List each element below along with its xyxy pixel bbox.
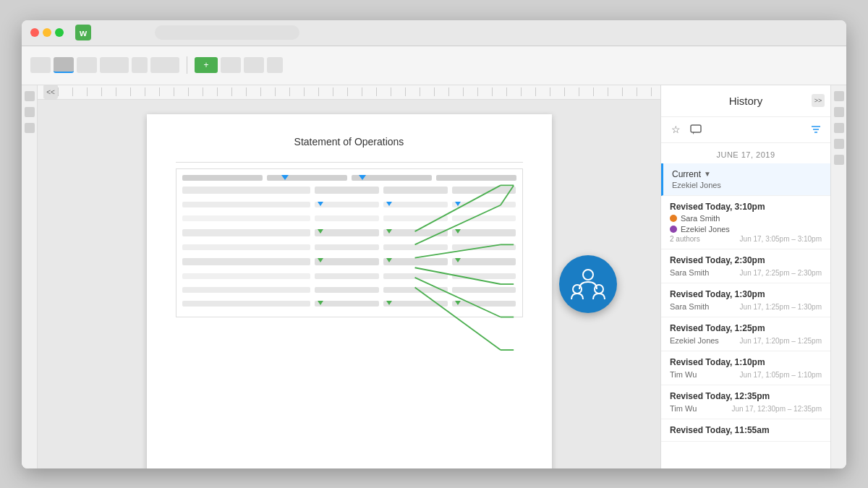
author-name-ezekiel: Ezekiel Jones (681, 225, 730, 234)
time-range: Jun 17, 3:05pm – 3:10pm (740, 235, 822, 243)
marker-green (455, 229, 461, 234)
row-label (182, 229, 311, 236)
row-label (182, 273, 311, 279)
header-cell-2-wrap (267, 175, 347, 181)
left-sidebar-item-3[interactable] (25, 123, 35, 133)
history-meta: Sara Smith Jun 17, 2:25pm – 2:30pm (670, 267, 822, 277)
table-header-row (182, 175, 516, 181)
right-sidebar-item-2[interactable] (834, 107, 844, 117)
history-item-rev3[interactable]: Revised Today, 1:30pm Sara Smith Jun 17,… (661, 283, 830, 317)
row-cell-1 (315, 273, 379, 279)
right-sidebar-item-5[interactable] (834, 155, 844, 165)
time-range: Jun 17, 1:05pm – 1:10pm (740, 371, 822, 379)
header-cell-2 (267, 175, 347, 181)
row-cell-2 (383, 301, 448, 307)
panel-collapse-btn[interactable]: >> (812, 94, 825, 107)
marker-green (318, 229, 323, 234)
time-range: Jun 17, 1:20pm – 1:25pm (740, 337, 822, 345)
row-cell-2 (383, 229, 448, 236)
row-cell-2 (383, 202, 448, 207)
row-label (182, 244, 311, 250)
history-list[interactable]: Current ▼ Ezekiel Jones Revised Today, 3… (661, 163, 830, 468)
comment-icon[interactable] (689, 122, 703, 137)
toolbar-row1: + (22, 46, 846, 85)
table-row (182, 202, 516, 207)
history-item-rev4[interactable]: Revised Today, 1:25pm Ezekiel Jones Jun … (661, 317, 830, 351)
filter-icon[interactable] (809, 122, 823, 137)
toolbar-tab-1[interactable] (30, 57, 51, 73)
toolbar-tab-3[interactable] (77, 57, 97, 73)
toolbar-btn-2[interactable] (221, 57, 241, 73)
dropdown-arrow[interactable]: ▼ (704, 170, 711, 178)
marker-green (455, 301, 461, 305)
table-row (182, 273, 516, 279)
row-cell-1 (315, 301, 379, 307)
history-meta: Tim Wu Jun 17, 1:05pm – 1:10pm (670, 369, 822, 379)
history-panel: History >> ☆ (660, 85, 830, 468)
minimize-dot[interactable] (43, 28, 51, 37)
author-dot-ezekiel (670, 226, 677, 233)
table-row (182, 244, 516, 250)
toolbar-buttons: + (195, 57, 283, 73)
row-cell-3 (452, 301, 516, 307)
toolbar-btn-4[interactable] (267, 57, 283, 73)
marker-green (386, 229, 392, 234)
time-range: Jun 17, 12:30pm – 12:35pm (731, 405, 822, 413)
toolbar-tab-4[interactable] (100, 57, 129, 73)
add-button[interactable]: + (195, 57, 218, 73)
row-label (182, 187, 311, 194)
main-window: w + << (22, 20, 846, 468)
history-item-current[interactable]: Current ▼ Ezekiel Jones (661, 163, 830, 196)
toolbar-btn-3[interactable] (244, 57, 264, 73)
history-author: Ezekiel Jones (670, 336, 719, 345)
history-item-rev2[interactable]: Revised Today, 2:30pm Sara Smith Jun 17,… (661, 249, 830, 283)
left-sidebar-item-1[interactable] (25, 91, 35, 101)
row-cell-1 (315, 229, 379, 236)
right-sidebar-item-4[interactable] (834, 139, 844, 149)
row-cell-1 (315, 258, 379, 265)
marker-blue (455, 202, 461, 206)
right-sidebar (830, 85, 846, 468)
left-sidebar-item-2[interactable] (25, 107, 35, 117)
collapse-left-btn[interactable]: << (43, 85, 58, 100)
author-name-sara: Sara Smith (681, 214, 720, 223)
history-author: Ezekiel Jones (672, 181, 822, 189)
panel-header: History >> (661, 85, 830, 117)
maximize-dot[interactable] (55, 28, 64, 37)
close-dot[interactable] (30, 28, 39, 37)
toolbar-tab-6[interactable] (150, 57, 179, 73)
marker-blue-1 (281, 175, 289, 180)
row-cell-3 (452, 202, 516, 207)
main-area: << (22, 85, 846, 468)
right-sidebar-item-3[interactable] (834, 123, 844, 133)
history-item-rev5[interactable]: Revised Today, 1:10pm Tim Wu Jun 17, 1:0… (661, 351, 830, 385)
history-item-rev7[interactable]: Revised Today, 11:55am (661, 419, 830, 442)
left-sidebar (22, 85, 38, 468)
history-item-rev6[interactable]: Revised Today, 12:35pm Tim Wu Jun 17, 12… (661, 385, 830, 419)
row-cell-3 (452, 215, 516, 221)
history-author: Tim Wu (670, 370, 697, 379)
history-meta: Ezekiel Jones Jun 17, 1:20pm – 1:25pm (670, 335, 822, 345)
row-cell-2 (383, 258, 448, 265)
time-range: Jun 17, 2:25pm – 2:30pm (740, 269, 822, 277)
history-title: Revised Today, 2:30pm (670, 255, 822, 265)
current-badge: Current ▼ (672, 169, 711, 179)
row-cell-1 (315, 215, 379, 221)
row-cell-2 (383, 215, 448, 221)
history-title: Revised Today, 3:10pm (670, 202, 822, 212)
doc-scroll[interactable]: Statement of Operations (38, 100, 660, 468)
history-title: Revised Today, 1:30pm (670, 289, 822, 299)
right-sidebar-item-1[interactable] (834, 91, 844, 101)
toolbar-tab-2[interactable] (54, 57, 74, 73)
marker-green (386, 301, 392, 305)
marker-green (318, 301, 323, 305)
row-label (182, 202, 311, 207)
star-icon[interactable]: ☆ (668, 122, 683, 137)
panel-tools: ☆ (661, 117, 830, 143)
table-row (182, 187, 516, 194)
toolbar-tab-5[interactable] (132, 57, 148, 73)
row-cell-1 (315, 202, 379, 207)
address-bar[interactable] (155, 25, 299, 40)
collab-bubble[interactable] (559, 255, 617, 313)
history-item-rev1[interactable]: Revised Today, 3:10pm Sara Smith Ezekiel… (661, 196, 830, 249)
